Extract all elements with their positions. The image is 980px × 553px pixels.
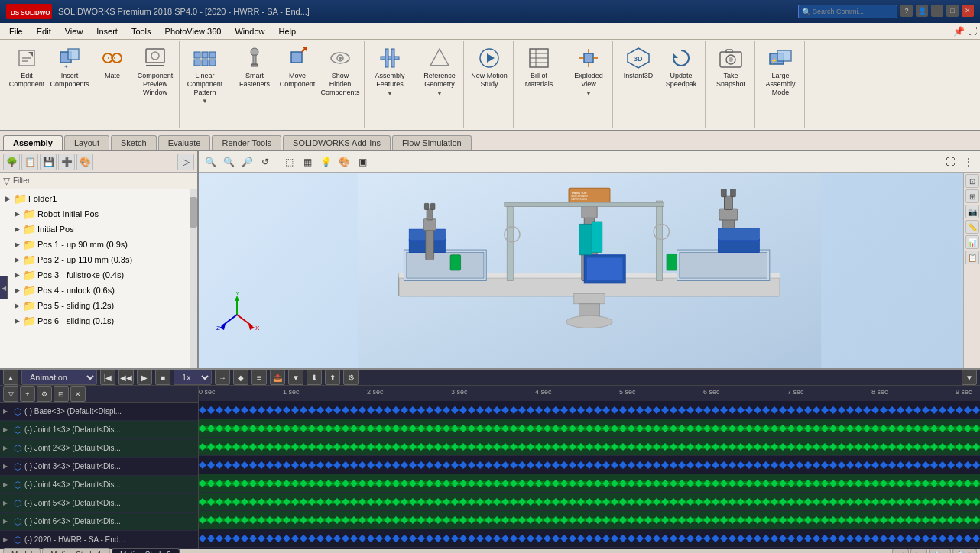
keyframe-r4-46[interactable] <box>586 480 593 487</box>
pos4-expand[interactable]: ▶ <box>12 286 21 294</box>
keyframe-r1-1[interactable] <box>207 425 215 432</box>
keyframe-r7-75[interactable] <box>829 535 837 542</box>
keyframe-r5-27[interactable] <box>426 498 433 506</box>
large-assembly-btn[interactable]: ⚡ Large Assembly Mode <box>760 43 801 104</box>
keyframe-r4-9[interactable] <box>274 480 282 487</box>
keyframe-r4-49[interactable] <box>611 480 618 487</box>
motion-export-btn[interactable]: 📤 <box>270 370 285 385</box>
reference-dropdown[interactable]: ▼ <box>436 90 443 97</box>
keyframe-r5-60[interactable] <box>703 498 711 506</box>
keyframe-r6-75[interactable] <box>829 516 837 524</box>
keyframe-r0-33[interactable] <box>476 406 484 414</box>
keyframe-r0-32[interactable] <box>468 406 475 414</box>
keyframe-r3-68[interactable] <box>771 461 778 469</box>
keyframe-r3-50[interactable] <box>619 461 627 469</box>
mt-add-btn[interactable]: + <box>20 386 35 402</box>
keyframe-r6-56[interactable] <box>670 516 677 524</box>
keyframe-r1-63[interactable] <box>729 425 736 432</box>
keyframe-r7-81[interactable] <box>880 535 888 542</box>
keyframe-r4-57[interactable] <box>678 480 686 487</box>
keyframe-r6-20[interactable] <box>367 516 375 524</box>
keyframe-r3-5[interactable] <box>241 461 248 469</box>
vp-pan-btn[interactable]: 🔎 <box>239 154 255 170</box>
keyframe-r0-35[interactable] <box>493 406 501 414</box>
tab-render-tools[interactable]: Render Tools <box>212 135 281 150</box>
keyframe-r7-3[interactable] <box>224 535 232 542</box>
keyframe-r0-49[interactable] <box>611 406 618 414</box>
keyframe-r3-75[interactable] <box>829 461 837 469</box>
keyframe-r2-1[interactable] <box>207 443 215 451</box>
tree-btn[interactable]: 🌳 <box>3 154 20 170</box>
menu-edit[interactable]: Edit <box>31 25 57 37</box>
keyframe-r3-42[interactable] <box>552 461 560 469</box>
keyframe-r5-36[interactable] <box>501 498 509 506</box>
keyframe-r4-52[interactable] <box>636 480 644 487</box>
keyframe-r1-56[interactable] <box>670 425 677 432</box>
keyframe-r4-5[interactable] <box>241 480 248 487</box>
keyframe-r1-61[interactable] <box>712 425 719 432</box>
keyframe-r2-38[interactable] <box>518 443 526 451</box>
pos3-expand[interactable]: ▶ <box>12 271 21 279</box>
keyframe-r0-14[interactable] <box>316 406 324 414</box>
keyframe-r0-77[interactable] <box>846 406 854 414</box>
keyframe-r4-29[interactable] <box>443 480 450 487</box>
keyframe-r7-61[interactable] <box>712 535 719 542</box>
pos2-expand[interactable]: ▶ <box>12 256 21 264</box>
keyframe-r7-88[interactable] <box>939 535 946 542</box>
keyframe-r7-43[interactable] <box>560 535 568 542</box>
keyframe-r7-38[interactable] <box>518 535 526 542</box>
keyframe-r3-45[interactable] <box>577 461 585 469</box>
keyframe-r7-2[interactable] <box>216 535 223 542</box>
keyframe-r5-48[interactable] <box>602 498 610 506</box>
keyframe-r4-0[interactable] <box>199 480 206 487</box>
insert-components-btn[interactable]: + Insert Components <box>49 43 90 104</box>
keyframe-r5-75[interactable] <box>829 498 837 506</box>
config-btn[interactable]: 💾 <box>40 154 57 170</box>
keyframe-r5-46[interactable] <box>586 498 593 506</box>
keyframe-r0-88[interactable] <box>939 406 946 414</box>
keyframe-r4-41[interactable] <box>544 480 551 487</box>
keyframe-r1-41[interactable] <box>544 425 551 432</box>
keyframe-r7-22[interactable] <box>384 535 391 542</box>
keyframe-r3-30[interactable] <box>451 461 459 469</box>
keyframe-r7-39[interactable] <box>527 535 534 542</box>
keyframe-r4-54[interactable] <box>653 480 660 487</box>
keyframe-r6-57[interactable] <box>678 516 686 524</box>
keyframe-r7-86[interactable] <box>922 535 930 542</box>
keyframe-r7-29[interactable] <box>443 535 450 542</box>
keyframe-r3-9[interactable] <box>274 461 282 469</box>
menu-help[interactable]: Help <box>273 25 303 37</box>
keyframe-r1-49[interactable] <box>611 425 618 432</box>
keyframe-r3-36[interactable] <box>501 461 509 469</box>
minimize-btn[interactable]: ─ <box>931 5 943 17</box>
animation-type-select[interactable]: Animation Motion Study <box>21 370 97 385</box>
keyframe-r3-87[interactable] <box>930 461 938 469</box>
keyframe-r5-47[interactable] <box>594 498 602 506</box>
keyframe-r4-68[interactable] <box>771 480 778 487</box>
keyframe-r0-19[interactable] <box>359 406 366 414</box>
keyframe-r0-6[interactable] <box>249 406 257 414</box>
keyframe-r5-55[interactable] <box>661 498 669 506</box>
keyframe-r0-39[interactable] <box>527 406 534 414</box>
keyframe-r6-32[interactable] <box>468 516 475 524</box>
keyframe-r4-31[interactable] <box>459 480 467 487</box>
keyframe-r2-31[interactable] <box>459 443 467 451</box>
motion-nav-right-btn[interactable]: → <box>215 370 230 385</box>
keyframe-r7-18[interactable] <box>350 535 358 542</box>
keyframe-r5-45[interactable] <box>577 498 585 506</box>
keyframe-r5-29[interactable] <box>443 498 450 506</box>
keyframe-r2-70[interactable] <box>787 443 795 451</box>
keyframe-r2-37[interactable] <box>510 443 518 451</box>
keyframe-r7-57[interactable] <box>678 535 686 542</box>
keyframe-r1-40[interactable] <box>535 425 543 432</box>
keyframe-r0-2[interactable] <box>216 406 223 414</box>
keyframe-r0-15[interactable] <box>325 406 333 414</box>
keyframe-r1-73[interactable] <box>813 425 820 432</box>
keyframe-r0-16[interactable] <box>333 406 341 414</box>
tab-solidworks-addins[interactable]: SOLIDWORKS Add-Ins <box>283 135 391 150</box>
pattern-dropdown[interactable]: ▼ <box>202 98 208 105</box>
mt-filter-btn[interactable]: ▽ <box>3 386 18 402</box>
keyframe-r7-6[interactable] <box>249 535 257 542</box>
keyframe-r1-28[interactable] <box>434 425 442 432</box>
keyframe-r0-53[interactable] <box>644 406 652 414</box>
